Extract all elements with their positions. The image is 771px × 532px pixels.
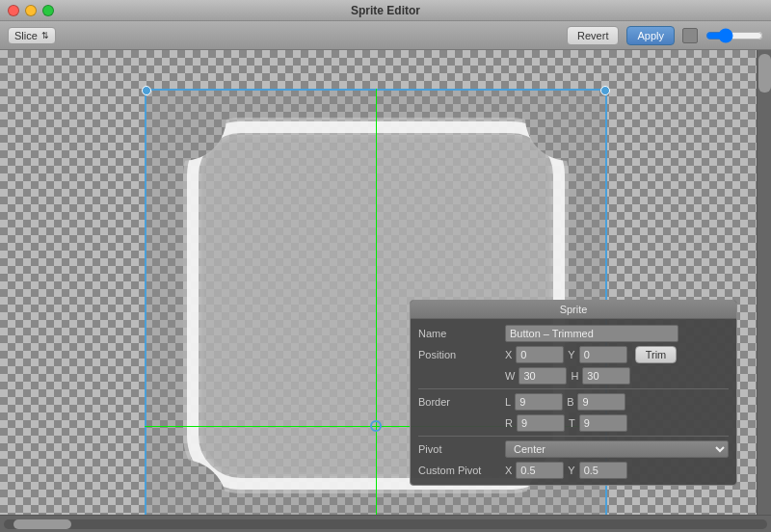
pos-x-input[interactable] [516,346,564,363]
position-label: Position [418,349,505,360]
border-t-label: T [569,417,575,429]
border-r-input[interactable] [517,414,565,432]
custom-pivot-row: Custom Pivot X Y [418,460,729,481]
pivot-row: Pivot Center [418,439,729,460]
custom-pivot-fields: X Y [505,462,729,479]
divider-1 [418,388,729,389]
pivot-label: Pivot [418,443,505,455]
border-r-label: R [505,417,513,429]
minimize-button[interactable] [25,5,37,16]
h-label: H [571,370,578,382]
scrollbar-right[interactable] [757,50,771,515]
sprite-info-panel: Sprite Name Position X Y [410,300,737,486]
custom-pivot-label: Custom Pivot [418,465,505,476]
scrollbar-bottom-thumb[interactable] [13,519,71,529]
border-row1: Border L B [418,391,729,412]
canvas-area[interactable]: Sprite Name Position X Y [0,50,757,515]
border-label: Border [418,396,505,408]
zoom-slider[interactable] [705,29,763,42]
apply-button[interactable]: Apply [626,26,675,45]
window-controls [8,5,54,16]
close-button[interactable] [8,5,19,16]
trim-button[interactable]: Trim [635,346,678,363]
scrollbar-bottom[interactable] [0,515,771,532]
border-l-label: L [505,396,511,408]
center-pivot-dot[interactable] [370,420,382,432]
y-label: Y [568,349,574,360]
slice-dropdown[interactable]: Slice [8,27,56,44]
name-row: Name [418,323,729,344]
scrollbar-right-thumb[interactable] [758,54,771,93]
main-area: Sprite Name Position X Y [0,50,771,515]
border-l-input[interactable] [515,393,563,411]
pos-h-input[interactable] [582,367,630,385]
pivot-select[interactable]: Center [505,440,729,458]
window-title: Sprite Editor [351,4,420,17]
toolbar: Slice Revert Apply [0,21,771,50]
position-fields: X Y Trim [505,346,729,363]
size-fields: W H [505,367,729,385]
custom-x-input[interactable] [516,462,564,479]
border-b-input[interactable] [577,393,625,411]
border-fields-1: L B [505,393,729,411]
size-row: W H [418,365,729,386]
color-button[interactable] [682,28,698,43]
x-label: X [505,349,512,360]
divider-2 [418,436,729,437]
info-panel-body: Name Position X Y Trim [411,319,736,485]
revert-button[interactable]: Revert [567,26,619,45]
border-fields-2: R T [505,414,729,432]
w-label: W [505,370,515,382]
scrollbar-bottom-track [4,519,767,529]
pivot-fields: Center [505,440,729,458]
name-input[interactable] [505,325,678,342]
name-label: Name [418,328,505,339]
slice-label: Slice [14,30,38,41]
custom-x-label: X [505,465,512,476]
pos-w-input[interactable] [518,367,567,385]
border-row2: R T [418,412,729,434]
border-t-input[interactable] [579,414,627,432]
position-row: Position X Y Trim [418,344,729,365]
border-b-label: B [567,396,573,408]
name-fields [505,325,729,342]
title-bar: Sprite Editor [0,0,771,21]
pos-y-input[interactable] [579,346,627,363]
custom-y-label: Y [568,465,574,476]
info-panel-title: Sprite [411,301,736,319]
custom-y-input[interactable] [579,462,627,479]
maximize-button[interactable] [42,5,54,16]
